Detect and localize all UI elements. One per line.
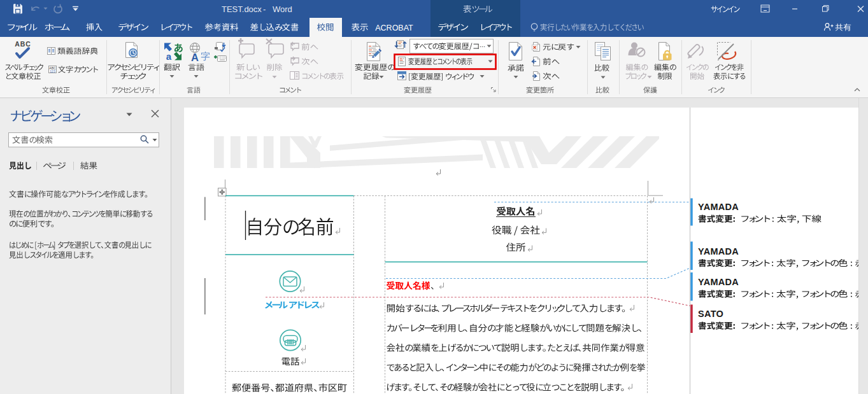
svg-text:ACROBAT: ACROBAT [375,24,413,32]
svg-text:YAMADA: YAMADA [698,246,739,257]
svg-text:ABC: ABC [15,40,31,48]
svg-text:Word: Word [273,4,292,14]
svg-text:123: 123 [50,69,55,73]
svg-text:...: ... [480,41,485,48]
svg-text:a: a [166,51,172,62]
svg-text:-: - [263,4,266,14]
svg-text:YAMADA: YAMADA [698,277,739,287]
svg-text:A: A [191,52,199,63]
svg-text:TEST.docx: TEST.docx [222,4,262,14]
svg-text:YAMADA: YAMADA [698,202,739,212]
svg-text:SATO: SATO [698,309,723,319]
